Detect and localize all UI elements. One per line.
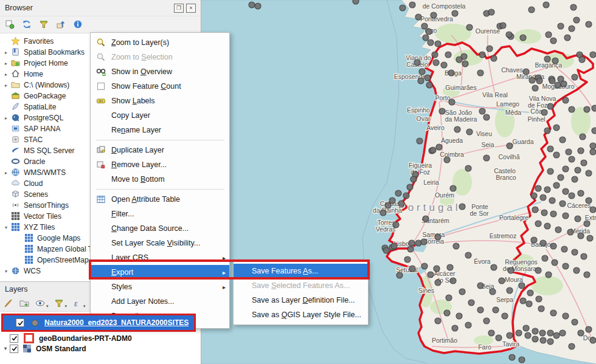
bookmark-icon: [11, 47, 21, 57]
expander-icon[interactable]: ▸: [2, 50, 10, 55]
submenu-item-save-features-as[interactable]: Save Features As...: [234, 264, 368, 278]
expander-icon[interactable]: ▸: [2, 170, 10, 176]
oracle-icon: [11, 157, 21, 167]
overview-icon: [95, 66, 106, 77]
svg-text:Bragança: Bragança: [535, 61, 563, 69]
svg-text:Moura: Moura: [505, 276, 523, 283]
attr-table-icon: [95, 194, 106, 205]
layer-checkbox[interactable]: [10, 334, 18, 343]
tree-item-label: STAC: [24, 136, 43, 144]
sensor-icon: [11, 201, 21, 210]
close-panel-icon[interactable]: ×: [186, 4, 196, 13]
svg-text:Estremoz: Estremoz: [490, 232, 516, 239]
grid-blue-icon: [24, 233, 34, 243]
selected-layer-row[interactable]: Natura2000_end2023_NATURA2000SITES: [1, 314, 196, 332]
svg-text:Portimão: Portimão: [432, 337, 457, 344]
layer-name: OSM Standard: [36, 345, 86, 353]
polygon-outline-symbol-icon: [24, 333, 34, 343]
menu-item-change-data-source[interactable]: Change Data Source...: [91, 221, 229, 236]
layer-row-geoboundaries-prt-adm0[interactable]: geoBoundaries-PRT-ADM0: [0, 333, 201, 343]
menu-item-label: Export: [111, 268, 133, 276]
float-panel-icon[interactable]: ❐: [174, 4, 184, 13]
tree-item-label: Project Home: [24, 59, 68, 67]
menu-item-label: Change Data Source...: [111, 224, 189, 233]
tree-item-label: Cloud: [24, 179, 43, 188]
layer-row-osm-standard[interactable]: ▾OSM Standard: [0, 343, 201, 354]
menu-item-move-to-bottom[interactable]: Move to Bottom: [91, 172, 229, 187]
menu-item-set-layer-scale-visibility[interactable]: Set Layer Scale Visibility...: [91, 236, 229, 250]
star-icon: [11, 36, 21, 46]
menu-item-open-attribute-table[interactable]: Open Attribute Table: [91, 192, 229, 207]
svg-text:Guarda: Guarda: [512, 138, 533, 145]
menu-item-add-layer-notes[interactable]: Add Layer Notes...: [91, 294, 229, 309]
blank-icon: [95, 252, 106, 263]
menu-item-label: Filter...: [111, 210, 134, 218]
tree-item-label: SpatiaLite: [24, 103, 56, 111]
menu-item-zoom-to-selection: Zoom to Selection: [91, 50, 229, 64]
stac-icon: [11, 135, 21, 145]
blank-icon: [95, 238, 106, 249]
expander-icon[interactable]: ▾: [2, 269, 10, 274]
submenu-item-save-as-qgis-layer-style-file[interactable]: Save as QGIS Layer Style File...: [234, 307, 368, 322]
expander-icon[interactable]: ▸: [2, 61, 10, 66]
tree-item-label: Spatial Bookmarks: [24, 48, 85, 57]
properties-widget-icon[interactable]: [73, 19, 83, 30]
menu-item-label: Copy Layer: [111, 111, 150, 120]
menu-item-label: Open Attribute Table: [111, 195, 180, 204]
filter-browser-icon[interactable]: [39, 19, 49, 30]
checkbox-icon: [95, 81, 106, 92]
manage-map-themes-icon[interactable]: ▾: [35, 298, 49, 309]
raster-symbol-icon: [23, 345, 31, 352]
refresh-icon[interactable]: [22, 19, 32, 30]
menu-item-remove-layer[interactable]: Remove Layer...: [91, 157, 229, 172]
collapse-all-icon[interactable]: [56, 19, 66, 30]
layer-checkbox[interactable]: [10, 345, 18, 353]
open-layer-styling-icon[interactable]: [4, 298, 14, 309]
svg-text:Mêda: Mêda: [505, 109, 521, 116]
tree-item-label: MS SQL Server: [24, 146, 75, 155]
svg-text:Guimarães: Guimarães: [445, 84, 476, 91]
menu-item-label: Layer CRS: [111, 253, 148, 262]
menu-item-copy-layer[interactable]: Copy Layer: [91, 108, 229, 123]
svg-text:ε: ε: [74, 299, 78, 307]
blank-icon: [95, 110, 106, 121]
point-symbol-icon: [32, 320, 38, 326]
menu-item-label: Duplicate Layer: [111, 146, 164, 154]
submenu-item-label: Save Selected Features As...: [252, 281, 350, 290]
menu-item-filter[interactable]: Filter...: [91, 207, 229, 221]
grid-blue-icon: [24, 244, 34, 254]
tree-item-label: Vector Tiles: [24, 212, 61, 221]
menu-item-layer-crs[interactable]: Layer CRS▸: [91, 250, 229, 265]
expander-icon[interactable]: ▸: [2, 115, 10, 121]
menu-item-duplicate-layer[interactable]: Duplicate Layer: [91, 143, 229, 157]
add-selected-layers-icon[interactable]: [5, 19, 15, 30]
submenu-item-save-as-layer-definition-file[interactable]: Save as Layer Definition File...: [234, 293, 368, 307]
menu-item-show-in-overview[interactable]: Show in Overview: [91, 64, 229, 79]
menu-item-show-feature-count[interactable]: Show Feature Count: [91, 79, 229, 94]
layer-checkbox[interactable]: [16, 318, 24, 327]
menu-item-label: Styles: [111, 283, 132, 291]
svg-text:de Sor: de Sor: [470, 210, 489, 217]
menu-item-label: Zoom to Layer(s): [111, 38, 169, 47]
blank-icon: [95, 281, 106, 292]
tree-item-label: PostgreSQL: [24, 114, 63, 122]
menu-item-label: Rename Layer: [111, 126, 161, 134]
svg-text:Ovar: Ovar: [417, 115, 431, 122]
menu-item-styles[interactable]: Styles▸: [91, 280, 229, 294]
filter-legend-icon[interactable]: ▾: [54, 298, 68, 309]
menu-item-zoom-to-layer-s[interactable]: Zoom to Layer(s): [91, 35, 229, 50]
menu-item-show-labels[interactable]: abcShow Labels: [91, 94, 229, 108]
expander-icon[interactable]: ▸: [2, 83, 10, 88]
home-icon: [11, 69, 21, 79]
svg-text:Branco: Branco: [496, 174, 516, 181]
svg-text:Viseu: Viseu: [476, 130, 492, 137]
svg-text:Portalegre: Portalegre: [499, 214, 529, 221]
qgis-window: Portugalde CompostelaPontevedraVigoOuren…: [0, 0, 596, 364]
menu-item-export[interactable]: Export▸: [91, 265, 229, 280]
expander-icon[interactable]: ▾: [1, 346, 10, 351]
menu-item-rename-layer[interactable]: Rename Layer: [91, 123, 229, 137]
expander-icon[interactable]: ▾: [2, 225, 10, 230]
add-group-icon[interactable]: [19, 298, 30, 309]
filter-by-expression-icon[interactable]: ε▾: [72, 298, 86, 309]
expander-icon[interactable]: ▸: [2, 72, 10, 77]
